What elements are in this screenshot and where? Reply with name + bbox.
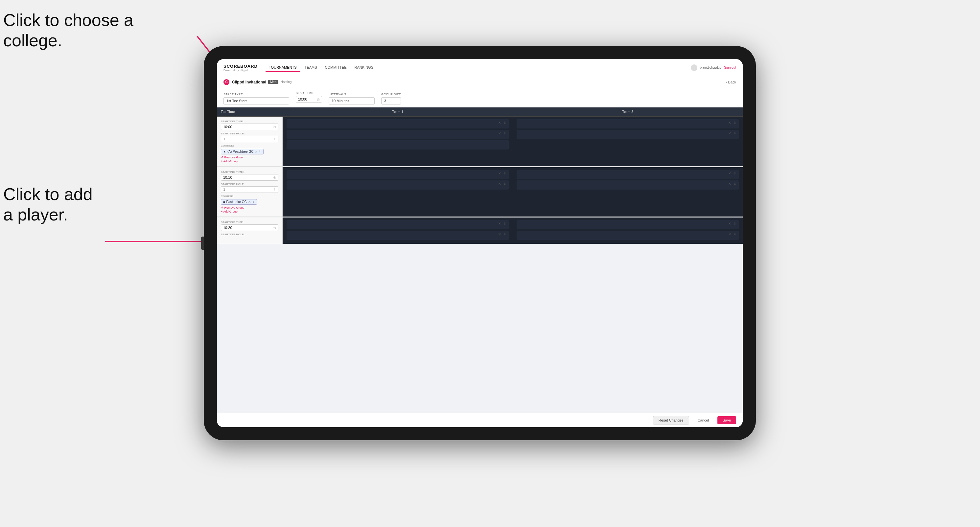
chevron-icon: ⇓ [503,182,506,186]
remove-course-2[interactable]: ✕ [248,200,251,204]
chevron-course-1: ⇓ [259,150,261,153]
annotation-college: Click to choose a college. [3,10,134,51]
starting-time-input-3[interactable]: 10:20 ◴ [221,224,278,231]
nav-right: blair@clippd.io Sign out [691,64,736,71]
group-left-2: STARTING TIME: 10:10 ◴ STARTING HOLE: 1 … [217,167,283,217]
course-name-1: (A) Peachtree GC [228,150,253,154]
sub-header: C Clippd Invitational Men Hosting ‹ Back [217,76,743,88]
user-email: blair@clippd.io [700,66,722,69]
group-row-2: STARTING TIME: 10:10 ◴ STARTING HOLE: 1 … [217,167,743,217]
course-label-1: COURSE: [221,144,278,147]
nav-rankings[interactable]: RANKINGS [351,63,377,72]
group-left-1: STARTING TIME: 10:00 ◴ STARTING HOLE: 1 … [217,117,283,166]
clippd-logo: C [223,79,229,85]
chevron-icon: ⇓ [503,171,506,175]
chevron-icon: ⇓ [733,182,736,186]
player-slot-2-t2-2[interactable]: ✕ ⇓ [517,180,739,190]
remove-group-1[interactable]: ↺ Remove Group [221,156,278,159]
cancel-button[interactable]: Cancel [692,416,714,424]
group-team1-1: ✕ ⇓ ✕ ⇓ [283,117,513,166]
x-icon: ✕ [728,121,731,124]
group-team1-3: ✕ ⇓ ✕ ⇓ [283,217,513,244]
starting-time-label-1: STARTING TIME: [221,120,278,123]
save-button[interactable]: Save [718,416,736,424]
intervals-group: Intervals 10 Minutes 8 Minutes 12 Minute… [329,93,375,105]
x-icon: ✕ [728,182,731,186]
remove-group-2[interactable]: ↺ Remove Group [221,206,278,209]
starting-time-input-1[interactable]: 10:00 ◴ [221,124,278,130]
group-row-1: STARTING TIME: 10:00 ◴ STARTING HOLE: 1 … [217,117,743,167]
start-time-group: Start Time 10:00 ◴ [296,91,322,105]
clock-icon-3: ◴ [274,226,276,229]
player-slot-2-t1-3[interactable]: ✕ ⇓ [286,231,509,240]
x-icon: ✕ [498,232,501,236]
starting-hole-input-1[interactable]: 1 ⇑ [221,136,278,142]
player-slot-1-t1-2[interactable]: ✕ ⇓ [286,170,509,179]
nav-bar: SCOREBOARD Powered by clippd TOURNAMENTS… [217,59,743,76]
chevron-icon: ⇓ [503,121,506,124]
starting-time-input-2[interactable]: 10:10 ◴ [221,174,278,181]
course-name-2: East Lake GC [226,200,247,204]
player-slot-1-t2-1[interactable]: ✕ ⇓ [517,119,739,129]
start-type-label: Start Type [223,93,289,96]
group-team2-3: ✕ ⇓ ✕ ⇓ [513,217,743,244]
group-row-3: STARTING TIME: 10:20 ◴ STARTING HOLE: ✕ … [217,217,743,244]
player-slot-1-t2-3[interactable]: ✕ ⇓ [517,220,739,229]
user-avatar [691,64,697,71]
action-links-2: ↺ Remove Group + Add Group [221,206,278,213]
footer-bar: Reset Changes Cancel Save [217,413,743,427]
main-content[interactable]: STARTING TIME: 10:00 ◴ STARTING HOLE: 1 … [217,117,743,413]
group-team2-1: ✕ ⇓ ✕ ⇓ [513,117,743,166]
nav-teams[interactable]: TEAMS [301,63,320,72]
chevron-icon: ⇓ [733,222,736,225]
x-icon: ✕ [728,232,731,236]
starting-time-label-3: STARTING TIME: [221,221,278,224]
remove-course-1[interactable]: ✕ [255,150,257,154]
start-time-value: 10:00 [298,97,307,101]
player-slot-3-t1-1[interactable] [286,140,509,149]
back-button[interactable]: ‹ Back [726,80,736,84]
course-tag-1[interactable]: ▲ (A) Peachtree GC ✕ ⇓ [221,149,264,154]
starting-hole-label-3: STARTING HOLE: [221,233,278,236]
start-type-group: Start Type 1st Tee Start Shotgun Start [223,93,289,105]
player-slot-1-t1-3[interactable]: ✕ ⇓ [286,220,509,229]
player-slot-1-t2-2[interactable]: ✕ ⇓ [517,170,739,179]
intervals-label: Intervals [329,93,375,96]
player-slot-2-t2-3[interactable]: ✕ ⇓ [517,231,739,240]
clock-icon-2: ◴ [274,176,276,179]
th-team1: Team 1 [283,108,513,116]
player-slot-1-t1-1[interactable]: ✕ ⇓ [286,119,509,129]
chevron-course-2: ⇓ [252,200,255,204]
reset-button[interactable]: Reset Changes [653,416,689,424]
sign-out[interactable]: Sign out [724,66,736,69]
starting-time-label-2: STARTING TIME: [221,170,278,173]
side-button [201,237,204,250]
add-group-2[interactable]: + Add Group [221,210,278,213]
chevron-icon: ⇓ [503,132,506,135]
starting-hole-input-2[interactable]: 1 ⇑ [221,186,278,193]
course-label-2: COURSE: [221,195,278,198]
player-slot-2-t1-1[interactable]: ✕ ⇓ [286,130,509,139]
clock-icon-1: ◴ [274,125,276,129]
action-links-1: ↺ Remove Group + Add Group [221,156,278,163]
group-left-3: STARTING TIME: 10:20 ◴ STARTING HOLE: [217,217,283,244]
group-size-select[interactable]: 3 4 2 [381,97,401,105]
nav-committee[interactable]: COMMITTEE [322,63,350,72]
intervals-select[interactable]: 10 Minutes 8 Minutes 12 Minutes [329,97,375,105]
start-time-label: Start Time [296,91,322,95]
hosting-label: Hosting [280,80,291,84]
chevron-icon: ⇓ [733,132,736,135]
start-type-select[interactable]: 1st Tee Start Shotgun Start [223,97,289,105]
player-slot-2-t2-1[interactable]: ✕ ⇓ [517,130,739,139]
annotation-player: Click to add a player. [3,184,93,225]
chevron-icon-1: ⇑ [274,137,276,141]
nav-tournaments[interactable]: TOURNAMENTS [266,63,300,72]
start-time-input-wrapper: 10:00 ◴ [296,96,322,103]
chevron-icon: ⇓ [503,232,506,236]
group-size-label: Group Size [381,93,401,96]
course-tag-2[interactable]: ■ East Lake GC ✕ ⇓ [221,199,257,205]
x-icon: ✕ [498,222,501,225]
player-slot-2-t1-2[interactable]: ✕ ⇓ [286,180,509,190]
controls-bar: Start Type 1st Tee Start Shotgun Start S… [217,88,743,108]
add-group-1[interactable]: + Add Group [221,160,278,163]
